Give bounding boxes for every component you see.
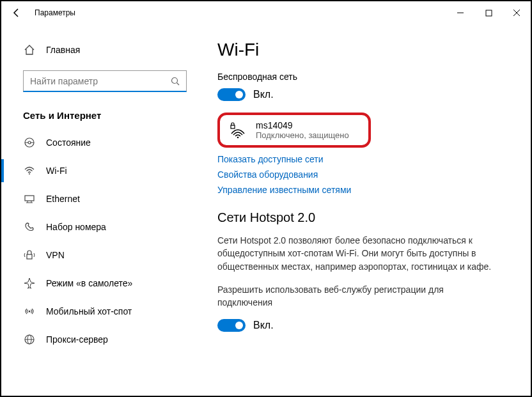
- search-icon: [171, 77, 180, 86]
- ethernet-icon: [23, 192, 36, 205]
- svg-rect-1: [486, 10, 492, 16]
- sidebar-item-label: Состояние: [46, 137, 91, 148]
- titlebar: Параметры: [1, 1, 531, 24]
- sidebar-item-label: Набор номера: [46, 222, 106, 232]
- sidebar-item-vpn[interactable]: VPN: [1, 241, 199, 269]
- hotspot-toggle-state: Вкл.: [253, 320, 274, 331]
- sidebar-item-label: Режим «в самолете»: [46, 278, 132, 288]
- wifi-signal-secure-icon: [229, 122, 246, 139]
- sidebar-item-label: Прокси-сервер: [46, 334, 108, 345]
- sidebar-item-ethernet[interactable]: Ethernet: [1, 185, 199, 213]
- home-icon: [23, 43, 36, 56]
- sidebar-item-status[interactable]: Состояние: [1, 128, 199, 157]
- sidebar-item-label: Мобильный хот-спот: [46, 306, 132, 316]
- hotspot-allow-label: Разрешить использовать веб-службу регист…: [217, 283, 492, 309]
- sidebar-item-airplane[interactable]: Режим «в самолете»: [1, 269, 199, 297]
- search-field[interactable]: [30, 76, 171, 86]
- hotspot-icon: [23, 305, 36, 318]
- svg-line-3: [177, 82, 180, 85]
- link-show-networks[interactable]: Показать доступные сети: [217, 154, 513, 164]
- hotspot-description: Сети Hotspot 2.0 позволяют более безопас…: [217, 234, 492, 273]
- vpn-icon: [23, 249, 36, 261]
- wifi-toggle-state: Вкл.: [253, 89, 274, 100]
- network-name: ms14049: [256, 120, 349, 130]
- main-panel: Wi-Fi Беспроводная сеть Вкл. ms14049 Под…: [199, 24, 531, 396]
- wireless-label: Беспроводная сеть: [217, 72, 513, 82]
- svg-rect-9: [25, 196, 34, 201]
- sidebar-item-wifi[interactable]: Wi-Fi: [1, 157, 199, 185]
- svg-rect-19: [231, 125, 235, 128]
- back-button[interactable]: [4, 1, 29, 24]
- dialup-icon: [23, 221, 36, 233]
- link-manage-known-networks[interactable]: Управление известными сетями: [217, 185, 513, 195]
- maximize-button[interactable]: [474, 1, 503, 24]
- svg-point-14: [29, 311, 31, 313]
- sidebar-section-header: Сеть и Интернет: [1, 100, 199, 128]
- svg-point-5: [28, 141, 31, 144]
- wifi-toggle[interactable]: [217, 88, 246, 101]
- svg-point-18: [237, 136, 239, 138]
- link-hardware-properties[interactable]: Свойства оборудования: [217, 169, 513, 180]
- wifi-icon: [23, 164, 36, 177]
- hotspot-toggle[interactable]: [217, 319, 246, 332]
- close-button[interactable]: [503, 1, 531, 24]
- sidebar-item-proxy[interactable]: Прокси-сервер: [1, 325, 199, 354]
- sidebar-item-dialup[interactable]: Набор номера: [1, 213, 199, 241]
- sidebar-item-label: Ethernet: [46, 194, 80, 204]
- hotspot-heading: Сети Hotspot 2.0: [217, 210, 513, 225]
- search-input[interactable]: [23, 70, 187, 92]
- sidebar-home[interactable]: Главная: [1, 37, 199, 63]
- sidebar-item-label: Wi-Fi: [46, 166, 67, 176]
- svg-rect-13: [27, 254, 32, 259]
- sidebar-item-hotspot[interactable]: Мобильный хот-спот: [1, 297, 199, 325]
- connected-network[interactable]: ms14049 Подключено, защищено: [217, 113, 371, 148]
- network-status: Подключено, защищено: [256, 130, 349, 140]
- window-title: Параметры: [35, 8, 75, 17]
- sidebar: Главная Сеть и Интернет Состояние Wi-Fi: [1, 24, 199, 396]
- airplane-icon: [23, 277, 36, 290]
- page-title: Wi-Fi: [217, 40, 513, 60]
- minimize-button[interactable]: [446, 1, 474, 24]
- svg-point-8: [29, 173, 30, 175]
- sidebar-home-label: Главная: [46, 45, 80, 55]
- proxy-icon: [23, 333, 36, 346]
- status-icon: [23, 136, 36, 149]
- svg-point-2: [172, 77, 178, 83]
- sidebar-item-label: VPN: [46, 250, 65, 260]
